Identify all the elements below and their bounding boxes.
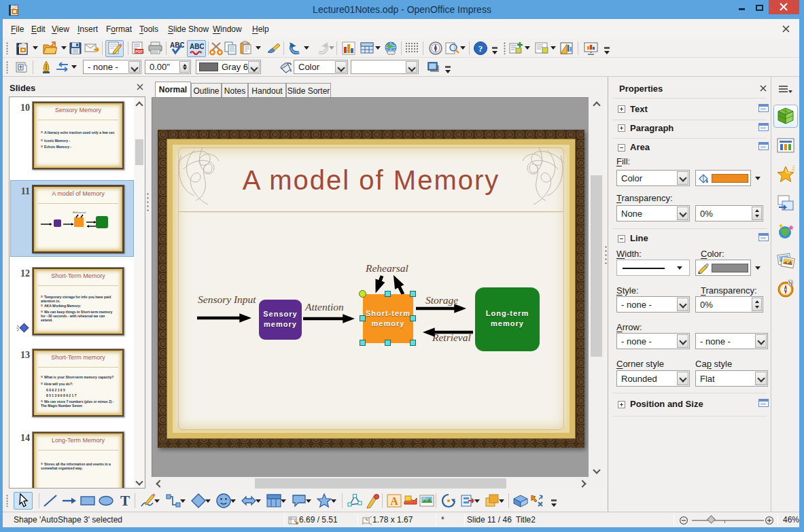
svg-text:ABC: ABC	[190, 43, 204, 50]
svg-text:N: N	[788, 281, 792, 285]
svg-text:A: A	[390, 495, 398, 507]
svg-text:PDF: PDF	[135, 50, 143, 54]
svg-text:Rehearsal: Rehearsal	[73, 211, 86, 214]
svg-text:ABC: ABC	[170, 41, 184, 49]
svg-text:?: ?	[478, 43, 483, 54]
